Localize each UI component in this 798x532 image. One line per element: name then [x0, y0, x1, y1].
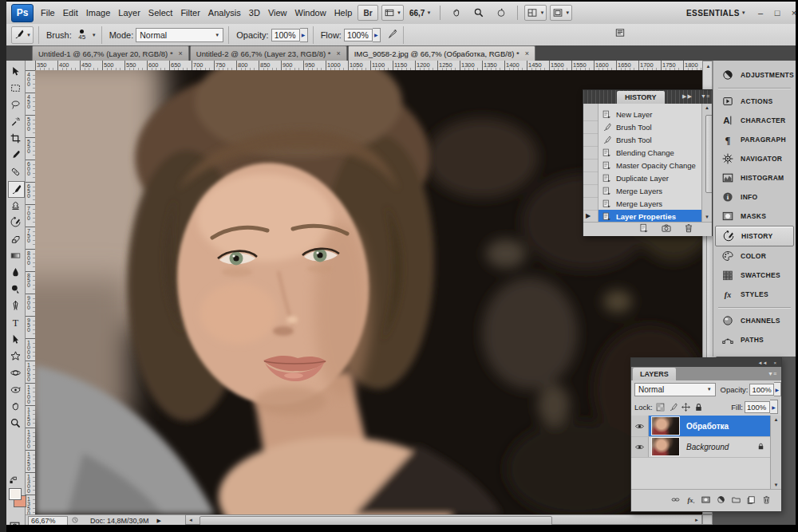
opacity-slider-button[interactable]: ▶ [774, 382, 781, 396]
quick-mask-button[interactable] [9, 520, 21, 525]
brush-tool[interactable] [8, 181, 25, 198]
lock-pixels-button[interactable] [668, 402, 678, 412]
opacity-slider-button[interactable]: ▶ [300, 28, 308, 42]
path-selection-tool[interactable] [8, 332, 23, 347]
scroll-up-icon[interactable]: ▲ [771, 416, 781, 424]
history-source-cell[interactable]: ▶ [583, 210, 598, 222]
add-layer-mask-button[interactable] [701, 494, 711, 508]
menu-analysis[interactable]: Analysis [204, 2, 245, 24]
zoom-tool[interactable] [8, 416, 23, 431]
lock-all-button[interactable] [693, 402, 704, 412]
history-state-6[interactable]: Duplicate Layer [598, 171, 701, 185]
flow-input[interactable]: 100% [344, 29, 373, 41]
history-source-cell[interactable] [583, 146, 598, 160]
link-layers-button[interactable] [670, 494, 681, 508]
close-tab-icon[interactable]: × [336, 49, 340, 57]
layer-style-button[interactable]: fx [685, 494, 696, 508]
lock-transparency-button[interactable] [655, 402, 666, 412]
history-source-cell[interactable] [583, 184, 598, 198]
airbrush-toggle[interactable] [387, 29, 398, 41]
3d-rotate-tool[interactable] [8, 365, 23, 380]
lasso-tool[interactable] [8, 97, 23, 112]
dock-button-navigator[interactable]: NAVIGATOR [715, 149, 794, 168]
history-state-8[interactable]: Merge Layers [598, 197, 701, 211]
close-tab-icon[interactable]: × [525, 49, 529, 57]
blur-tool[interactable] [8, 265, 23, 280]
status-flyout-button[interactable]: ▶ [157, 518, 161, 524]
screen-mode-button[interactable]: ▼ [550, 5, 572, 21]
dock-button-swatches[interactable]: SWATCHES [715, 266, 794, 285]
delete-state-button[interactable] [683, 223, 694, 237]
scroll-down-icon[interactable]: ▼ [702, 213, 712, 222]
history-state-4[interactable]: Blending Change [598, 146, 701, 160]
close-tab-icon[interactable]: × [179, 49, 183, 57]
history-scrollbar[interactable]: ▲ ▼ [701, 104, 712, 222]
scroll-down-icon[interactable]: ▼ [771, 481, 781, 489]
dock-button-masks[interactable]: MASKS [715, 207, 794, 226]
delete-layer-button[interactable] [761, 494, 772, 508]
layers-panel-tab[interactable]: LAYERS [633, 368, 676, 380]
workspace-switcher[interactable]: ESSENTIALS ▼ [686, 2, 746, 24]
zoom-level-field[interactable]: 66,67% [28, 516, 68, 526]
history-source-cell[interactable] [583, 133, 598, 147]
horizontal-scrollbar[interactable]: ◄ ► [185, 514, 702, 525]
toggle-palettes-button[interactable] [614, 27, 626, 40]
opacity-input[interactable]: 100% [271, 29, 300, 41]
rectangular-marquee-tool[interactable] [8, 81, 23, 96]
menu-3d[interactable]: 3D [245, 2, 264, 24]
layer-row-обработка[interactable]: Обработка [631, 416, 770, 437]
menu-select[interactable]: Select [144, 2, 177, 24]
history-state-1[interactable]: New Layer [598, 108, 701, 121]
layer-visibility-toggle[interactable] [631, 436, 649, 457]
eyedropper-tool[interactable] [8, 148, 23, 163]
menu-file[interactable]: File [37, 2, 59, 24]
document-tab-1[interactable]: Untitled-1 @ 66,7% (Layer 20, RGB/8) *× [32, 45, 189, 61]
history-state-3[interactable]: Brush Tool [598, 133, 701, 147]
layer-thumbnail[interactable] [651, 437, 680, 456]
zoom-level-control[interactable]: 66,7▼ [407, 6, 433, 20]
custom-shape-tool[interactable] [8, 349, 23, 364]
lock-position-button[interactable] [681, 402, 691, 412]
new-document-from-state-button[interactable] [638, 223, 650, 237]
history-scroll-thumb[interactable] [705, 115, 712, 193]
history-panel-tab[interactable]: HISTORY [617, 91, 665, 104]
document-tab-2[interactable]: Untitled-2 @ 66,7% (Layer 23, RGB/8) *× [190, 45, 347, 61]
history-source-cell[interactable] [583, 197, 598, 211]
new-layer-button[interactable] [746, 494, 757, 508]
history-source-column[interactable]: ▶ [583, 104, 598, 222]
horizontal-scroll-thumb[interactable] [200, 516, 552, 525]
dock-button-histogram[interactable]: HISTOGRAM [715, 168, 794, 187]
document-tab-3[interactable]: IMG_9058-2.jpg @ 66,7% (Обработка, RGB/8… [348, 45, 535, 61]
bridge-button[interactable]: Br [358, 5, 378, 21]
minimize-button[interactable]: – [755, 8, 766, 18]
dock-button-character[interactable]: ACHARACTER [715, 111, 794, 130]
dock-button-styles[interactable]: fxSTYLES [715, 285, 794, 304]
gradient-tool[interactable] [8, 248, 23, 263]
rotate-view-button[interactable] [492, 6, 511, 20]
history-source-cell[interactable] [583, 171, 598, 185]
dock-button-info[interactable]: iINFO [715, 187, 794, 207]
dock-button-color[interactable]: COLOR [715, 246, 794, 266]
close-button[interactable]: × [788, 8, 796, 18]
maximize-button[interactable]: □ [772, 8, 783, 18]
menu-filter[interactable]: Filter [176, 2, 203, 24]
history-source-cell[interactable] [583, 108, 598, 121]
foreground-color-swatch[interactable] [9, 488, 22, 500]
view-extras-button[interactable]: ▼ [381, 5, 404, 21]
menu-image[interactable]: Image [82, 2, 115, 24]
layer-row-background[interactable]: Background [631, 436, 770, 458]
layer-fill-input[interactable]: 100% [745, 401, 770, 413]
healing-brush-tool[interactable] [8, 164, 23, 179]
fill-slider-button[interactable]: ▶ [770, 400, 778, 414]
menu-edit[interactable]: Edit [59, 2, 82, 24]
arrange-documents-button[interactable]: ▼ [524, 5, 547, 21]
history-state-9[interactable]: Layer Properties [598, 210, 701, 222]
history-state-2[interactable]: Brush Tool [598, 120, 701, 134]
history-source-cell[interactable] [583, 159, 598, 172]
dodge-tool[interactable] [8, 282, 23, 297]
new-adjustment-layer-button[interactable] [716, 494, 726, 508]
dock-button-history[interactable]: HISTORY [715, 226, 794, 246]
dock-button-paths[interactable]: PATHS [715, 330, 794, 349]
zoom-tool-button[interactable] [469, 6, 488, 20]
dock-button-actions[interactable]: ACTIONS [715, 92, 794, 111]
